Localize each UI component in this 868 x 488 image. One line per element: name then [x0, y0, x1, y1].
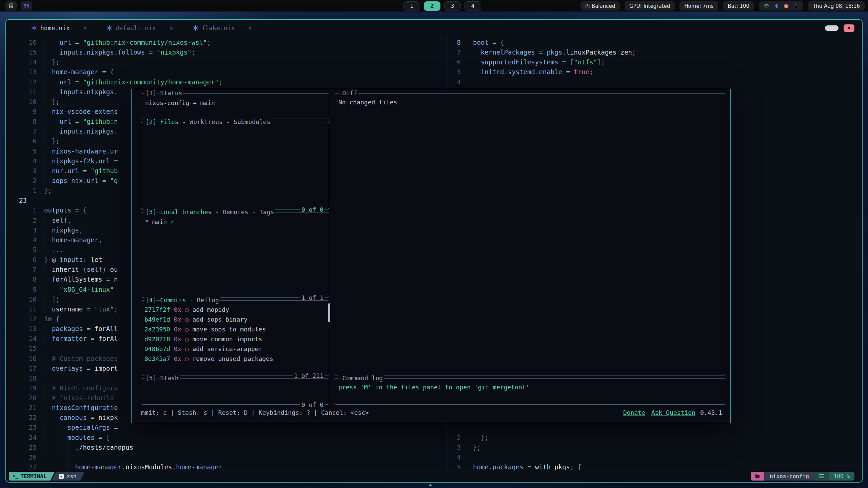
tab-home.nix[interactable]: home.nix×: [31, 24, 87, 32]
tab-default.nix[interactable]: default.nix×: [106, 24, 173, 32]
right-pane-bottom-code: 2 };3};45home.packages = with pkgs; [: [448, 433, 862, 470]
lazygit-link-ask-question[interactable]: Ask Question: [651, 409, 695, 416]
commit-hash: d920218: [144, 334, 170, 344]
session-folder-segment: [751, 472, 764, 481]
lazygit-command-log-panel[interactable]: Command log press 'M' in the files panel…: [334, 378, 726, 405]
bluetooth-icon[interactable]: [774, 3, 779, 9]
tab-close-icon[interactable]: ×: [248, 24, 252, 32]
workspace-3[interactable]: 3: [444, 1, 461, 11]
lazygit-commits-panel[interactable]: [4]Commits - Reflog 2717f2f0x○add mopidy…: [141, 300, 329, 375]
lazygit-branches-panel[interactable]: [3]Local branches - Remotes - Tags *main…: [141, 212, 329, 298]
files-panel-title: [2]Files - Worktrees - Submodules: [144, 118, 271, 125]
line-number: 14: [6, 334, 44, 344]
commit-row[interactable]: 8e345a70x○remove unused packages: [144, 354, 326, 364]
code-line: 14 };: [6, 57, 448, 67]
code-line: 4: [448, 452, 862, 462]
workspace-1[interactable]: 1: [403, 1, 420, 11]
app-launcher-button[interactable]: [5, 1, 17, 11]
line-number: 23: [6, 196, 44, 205]
commit-author-tag: 0x: [174, 354, 181, 364]
stash-count: 0 of 0: [300, 401, 325, 408]
folder-icon: [755, 473, 760, 479]
lazygit-stash-panel[interactable]: [5]Stash 0 of 0: [141, 378, 329, 405]
line-number: 20: [6, 393, 44, 403]
workspace-switcher: 1234: [403, 1, 481, 11]
commit-row[interactable]: b49ef1d0x○add sops binary: [144, 314, 326, 324]
editor-tabs: home.nix×default.nix×flake.nix×: [31, 24, 271, 32]
code-line: 7 kernelPackages = pkgs.linuxPackages_ze…: [448, 47, 862, 57]
line-number: 17: [6, 364, 44, 373]
commit-row[interactable]: d9202180x○move common imports: [144, 334, 326, 344]
tab-label: flake.nix: [202, 24, 235, 32]
branches-panel-title: [3]Local branches - Remotes - Tags: [144, 208, 275, 216]
commit-hash: 8e345a7: [144, 354, 170, 364]
phone-icon[interactable]: [793, 3, 798, 9]
line-number: 24: [6, 433, 44, 443]
layout-list-segment[interactable]: [814, 472, 829, 481]
code-line: 2 };: [448, 433, 862, 443]
line-number: 13: [6, 67, 44, 77]
lazygit-link-donate[interactable]: Donate: [623, 409, 645, 416]
commit-message: add sops binary: [192, 314, 248, 324]
terminal-status-bar: >_ TERMINAL % zsh nixos-config 100 %: [6, 470, 862, 482]
line-number: 16: [6, 354, 44, 364]
line-number: 10: [6, 97, 44, 107]
status-pill[interactable]: GPU: Integrated: [625, 1, 675, 11]
line-number: 19: [6, 383, 44, 393]
line-number: 5: [6, 245, 44, 255]
line-number: 23: [6, 423, 44, 432]
commit-row[interactable]: 9486b7d0x○add service-wrapper: [144, 344, 326, 354]
apps-grid-icon: [8, 2, 14, 9]
commits-scrollbar[interactable]: [328, 303, 330, 322]
lazygit-status-panel[interactable]: [1]Status nixos-config → main: [141, 93, 329, 119]
workspace-4[interactable]: 4: [465, 1, 481, 11]
commit-graph-node: ○: [185, 324, 189, 334]
shell-label: zsh: [67, 473, 77, 480]
zoom-level: 100 %: [829, 472, 854, 481]
tab-flake.nix[interactable]: flake.nix×: [192, 24, 252, 32]
commit-message: move common imports: [192, 334, 262, 344]
line-number: 2: [6, 216, 44, 225]
commit-row[interactable]: 2a239500x○move sops to modules: [144, 324, 326, 334]
commit-author-tag: 0x: [174, 334, 181, 344]
commit-author-tag: 0x: [174, 305, 181, 314]
status-pill[interactable]: Home: 7ms: [679, 1, 718, 11]
system-tray: [759, 1, 803, 11]
tab-close-icon[interactable]: ×: [83, 24, 87, 32]
commit-message: add mopidy: [192, 305, 229, 314]
line-number: 12: [6, 77, 44, 87]
line-number: 15: [6, 344, 44, 353]
status-pill[interactable]: P: Balanced: [580, 1, 620, 11]
shell-indicator: % zsh: [52, 472, 85, 481]
code-line: 27 home-manager.nixosModules.home-manage…: [6, 462, 448, 470]
workspace-2[interactable]: 2: [424, 1, 440, 11]
line-number: 11: [6, 87, 44, 97]
commit-hash: 2717f2f: [144, 305, 170, 314]
network-icon[interactable]: [764, 3, 770, 9]
tab-close-icon[interactable]: ×: [170, 24, 173, 32]
desktop: $N 1234 P: BalancedGPU: IntegratedHome: …: [0, 0, 868, 488]
night-light-icon[interactable]: [783, 3, 789, 9]
commit-author-tag: 0x: [174, 314, 181, 324]
nix-snowflake-icon: [106, 25, 113, 31]
line-number: 1: [6, 186, 44, 196]
statusbar-right: nixos-config 100 %: [751, 472, 854, 481]
commit-row[interactable]: 2717f2f0x○add mopidy: [144, 305, 326, 314]
line-number: 9: [6, 285, 44, 294]
window-close-button[interactable]: ×: [844, 24, 854, 32]
clock: Thu Aug 08, 18:16: [808, 1, 865, 11]
line-number: 12: [6, 314, 44, 324]
lazygit-diff-panel[interactable]: Diff No changed files: [334, 93, 726, 375]
topbar-left-group: $N: [5, 1, 32, 11]
code-line: 6 supportedFilesystems = ["ntfs"];: [448, 57, 862, 67]
pane-hint-marker: [429, 484, 432, 486]
status-pill[interactable]: Bat: 100: [723, 1, 754, 11]
nix-shell-button[interactable]: $N: [21, 1, 32, 11]
code-line: 8boot = {: [448, 38, 862, 47]
code-line: 5 initrd.systemd.enable = true;: [448, 67, 862, 77]
commit-graph-node: ○: [185, 334, 189, 344]
window-toggle-pill[interactable]: [825, 25, 839, 31]
line-number: 5: [6, 146, 44, 156]
repo-branch-status: nixos-config → main: [145, 99, 215, 106]
lazygit-files-panel[interactable]: [2]Files - Worktrees - Submodules 0 of 0: [141, 122, 329, 209]
